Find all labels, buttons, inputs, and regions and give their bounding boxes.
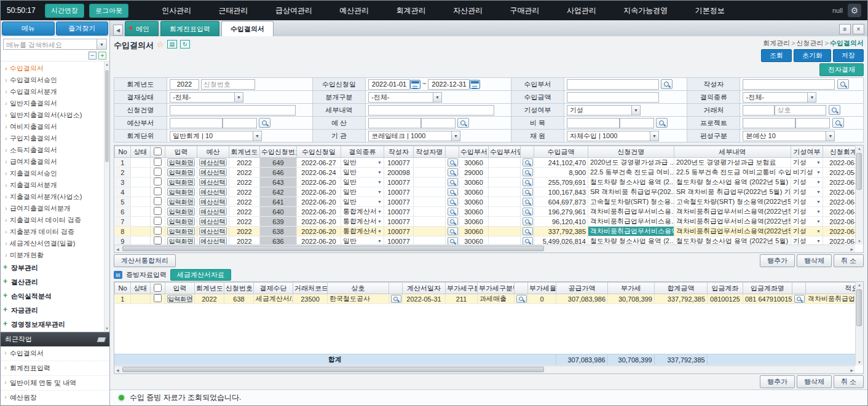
application-number-input[interactable]: [201, 79, 255, 90]
row-checkbox[interactable]: [154, 236, 162, 244]
breadcrumb-segment[interactable]: 회계관리: [763, 39, 790, 47]
select-all-checkbox[interactable]: [154, 284, 162, 292]
e-approval-button[interactable]: 전자결재: [819, 63, 864, 76]
completion-select[interactable]: 기성▼: [791, 187, 823, 197]
row-checkbox[interactable]: [154, 294, 162, 302]
horizontal-scrollbar[interactable]: ◀ ▶: [114, 365, 855, 373]
scroll-down-icon[interactable]: ▼: [105, 326, 109, 332]
cancel-button[interactable]: 취 소: [834, 375, 864, 388]
budget-dept-code-input[interactable]: [170, 118, 223, 128]
search-icon[interactable]: [391, 295, 401, 303]
delete-row-button[interactable]: 행삭제: [797, 254, 832, 267]
sidebar-group[interactable]: +손익실적분석: [1, 289, 103, 303]
search-icon[interactable]: [448, 227, 458, 235]
resolution-kind-select[interactable]: 통합계산서▼: [341, 217, 384, 227]
sidebar-group[interactable]: +경영정보재무관리: [1, 318, 103, 332]
resolution-kind-select[interactable]: 일반▼: [341, 187, 384, 197]
search-icon[interactable]: [523, 227, 533, 235]
budget-select-button[interactable]: 예산선택: [199, 158, 227, 166]
search-icon[interactable]: [523, 188, 533, 196]
search-icon[interactable]: [448, 168, 458, 176]
resolution-kind-select[interactable]: 통합계산서▼: [341, 227, 384, 236]
add-row-button[interactable]: 행추가: [760, 375, 795, 388]
journal-type-select[interactable]: -전체-▼: [368, 92, 442, 103]
tab-회계전표입력[interactable]: 회계전표입력: [160, 21, 219, 36]
table-row[interactable]: 6입력화면예산선택20226402022-06-20통합계산서▼10007730…: [115, 207, 856, 217]
sidebar-item[interactable]: 급여지출결의서: [1, 156, 103, 168]
input-screen-button[interactable]: 입력화면: [167, 168, 195, 176]
search-icon[interactable]: [523, 198, 533, 206]
input-screen-button[interactable]: 입력화면: [167, 178, 195, 186]
logout-button[interactable]: 로그아웃: [89, 4, 128, 18]
project-code-input[interactable]: [743, 118, 795, 128]
input-screen-button[interactable]: 입력화면: [167, 295, 192, 303]
search-icon[interactable]: [523, 217, 533, 225]
tab-메인[interactable]: 메인: [125, 21, 159, 36]
sidebar-item[interactable]: 지출결의서분개(사업소): [1, 191, 103, 203]
favorite-star-icon[interactable]: ☆: [157, 40, 164, 49]
tab-favorites[interactable]: 즐겨찾기: [56, 21, 109, 36]
table-row[interactable]: 1입력화면예산선택20226492022-06-27일반▼10007730060…: [115, 158, 856, 168]
sidebar-item[interactable]: 지출결의서승인: [1, 168, 103, 179]
resolution-kind-select[interactable]: 일반▼: [341, 236, 384, 245]
table-row[interactable]: 4입력화면예산선택20226422022-06-20일반▼10007730060…: [115, 187, 856, 197]
sidebar-item[interactable]: 급여지출결의서분개: [1, 203, 103, 214]
sidebar-item[interactable]: 여비지출결의서: [1, 121, 103, 133]
calendar-icon[interactable]: [410, 80, 420, 89]
table-row[interactable]: 5입력화면예산선택20226412022-06-20일반▼10007730060…: [115, 197, 856, 207]
search-icon[interactable]: [794, 295, 805, 303]
fiscal-year-input[interactable]: [170, 79, 199, 90]
save-button[interactable]: 저장: [833, 49, 864, 62]
scrollbar-thumb[interactable]: [105, 70, 109, 162]
sidebar-item[interactable]: 지출결의서분개: [1, 179, 103, 191]
budget-select-button[interactable]: 예산선택: [199, 168, 227, 176]
search-icon[interactable]: [448, 178, 458, 186]
scroll-down-icon[interactable]: ▼: [856, 359, 863, 365]
recent-item[interactable]: 일반이체 연동 및 내역: [1, 376, 109, 391]
search-icon[interactable]: [448, 237, 458, 245]
resolution-kind-select[interactable]: 일반▼: [341, 158, 384, 168]
topmenu-item[interactable]: 근태관리: [215, 3, 252, 18]
search-icon[interactable]: [523, 178, 533, 186]
scroll-up-icon[interactable]: ▲: [105, 61, 109, 68]
table-row[interactable]: 1입력화면2022638세금계산서/..23500한국철도공사2022-05-3…: [115, 294, 856, 304]
scroll-down-icon[interactable]: ▼: [856, 238, 863, 244]
budget-select-button[interactable]: 예산선택: [199, 227, 227, 235]
cancel-button[interactable]: 취 소: [834, 254, 864, 267]
scroll-up-icon[interactable]: ▲: [856, 282, 863, 288]
completion-select[interactable]: 기성▼: [791, 207, 823, 217]
vendor-code-input[interactable]: [743, 105, 775, 115]
budget-select-button[interactable]: 예산선택: [199, 198, 227, 206]
completion-select[interactable]: 기성▼: [791, 236, 823, 245]
income-amount-input[interactable]: [567, 92, 659, 103]
horizontal-scrollbar[interactable]: ◀ ▶: [114, 244, 855, 252]
topmenu-item[interactable]: 구매관리: [507, 3, 543, 18]
budget-select-button[interactable]: 예산선택: [199, 188, 227, 196]
search-icon[interactable]: [523, 237, 533, 245]
fund-source-select[interactable]: 자체수입 | 1000▼: [567, 131, 659, 141]
income-dept-input[interactable]: [567, 79, 659, 90]
request-title-input[interactable]: [170, 105, 296, 115]
sidebar-item[interactable]: 수입결의서분개: [1, 86, 103, 98]
scrollbar-thumb[interactable]: [122, 246, 545, 251]
sidebar-item[interactable]: 지출결의서 데이터 검증: [1, 214, 103, 226]
invoice-merge-button[interactable]: 계산서통합처리: [114, 254, 176, 267]
gear-icon[interactable]: ⚙: [848, 4, 861, 17]
completion-select[interactable]: 기성▼: [791, 178, 823, 187]
screen-icon[interactable]: ▤: [167, 40, 177, 49]
tab-수입결의서[interactable]: 수입결의서: [221, 21, 274, 36]
resolution-kind-select[interactable]: 일반▼: [341, 197, 384, 207]
search-icon[interactable]: [837, 79, 849, 89]
tax-invoice-button[interactable]: 세금계산서자료: [170, 269, 231, 281]
writer-input[interactable]: [743, 79, 835, 90]
search-icon[interactable]: [516, 295, 527, 303]
completion-select[interactable]: 기성▼: [791, 227, 823, 236]
sidebar-item[interactable]: 일반지출결의서(사업소): [1, 109, 103, 121]
refresh-icon[interactable]: ↻: [180, 40, 190, 49]
row-checkbox[interactable]: [154, 197, 162, 205]
sidebar-item[interactable]: 구입지출결의서: [1, 133, 103, 144]
eraser-icon[interactable]: [97, 337, 106, 342]
menu-search-input[interactable]: 메뉴를 검색하세요 ▼: [3, 39, 107, 50]
search-icon[interactable]: [448, 208, 458, 216]
sidebar-group[interactable]: +자금관리: [1, 303, 103, 318]
